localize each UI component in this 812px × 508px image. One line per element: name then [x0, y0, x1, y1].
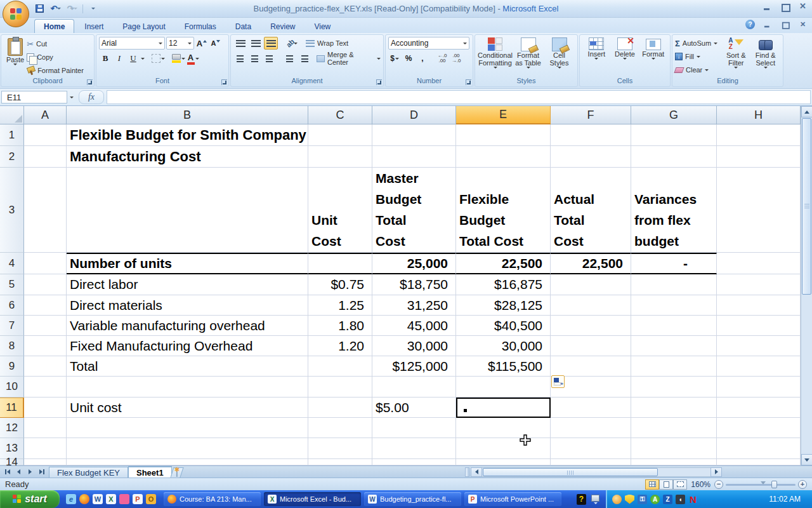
cell-B14[interactable]: [67, 459, 308, 465]
row-header-14[interactable]: 14: [0, 459, 24, 465]
formula-input[interactable]: [107, 90, 811, 104]
sheet-tab-flex-budget-key[interactable]: Flex Budget KEY: [49, 467, 128, 478]
help-icon[interactable]: ?: [745, 20, 755, 29]
cell-C11[interactable]: [308, 398, 372, 418]
underline-button[interactable]: U: [127, 52, 140, 65]
italic-button[interactable]: I: [113, 52, 126, 65]
cell-E14[interactable]: [456, 459, 551, 465]
cell-G12[interactable]: [631, 418, 717, 438]
cell-H9[interactable]: [717, 356, 801, 377]
workbook-minimize-button[interactable]: [763, 21, 772, 29]
norton-icon[interactable]: N: [688, 495, 698, 504]
column-header-B[interactable]: B: [67, 106, 308, 124]
z-app-icon[interactable]: Z: [663, 495, 672, 504]
cell-A12[interactable]: [24, 418, 67, 438]
cell-D7[interactable]: 45,000: [372, 316, 456, 336]
keys-icon[interactable]: [119, 494, 129, 504]
word-icon[interactable]: W: [93, 494, 103, 504]
row-header-1[interactable]: 1: [0, 124, 24, 146]
paste-button[interactable]: Paste: [4, 37, 27, 76]
bold-button[interactable]: B: [99, 52, 112, 65]
zoom-in-button[interactable]: +: [798, 480, 807, 489]
cell-C13[interactable]: [308, 438, 372, 459]
cell-C5[interactable]: $0.75: [308, 274, 372, 295]
cell-E12[interactable]: [456, 418, 551, 438]
office-button[interactable]: [3, 1, 29, 27]
security-shield-icon[interactable]: [625, 495, 634, 504]
cell-B13[interactable]: [67, 438, 308, 459]
scroll-left-button[interactable]: [471, 467, 482, 477]
cell-D13[interactable]: [372, 438, 456, 459]
zoom-out-button[interactable]: −: [714, 480, 723, 489]
cell-F4[interactable]: 22,500: [551, 253, 631, 274]
taskbar-task-1[interactable]: Course: BA 213: Man...: [164, 492, 261, 506]
cell-H3[interactable]: [717, 168, 801, 253]
cell-styles-button[interactable]: Cell Styles: [544, 37, 575, 76]
cell-G8[interactable]: [631, 336, 717, 356]
cell-H2[interactable]: [717, 146, 801, 168]
cell-F7[interactable]: [551, 316, 631, 336]
cell-C10[interactable]: [308, 377, 372, 398]
row-header-2[interactable]: 2: [0, 146, 24, 168]
cell-H12[interactable]: [717, 418, 801, 438]
next-sheet-button[interactable]: [25, 467, 35, 477]
cell-B11[interactable]: Unit cost: [67, 398, 308, 418]
number-dialog-launcher[interactable]: [466, 79, 471, 85]
cell-B10[interactable]: [67, 377, 308, 398]
horizontal-scrollbar[interactable]: [465, 466, 812, 478]
clear-button[interactable]: Clear: [675, 64, 717, 76]
zoom-slider-thumb[interactable]: [771, 481, 777, 488]
zoom-level[interactable]: 160%: [691, 480, 710, 489]
row-header-8[interactable]: 8: [0, 336, 24, 356]
cell-F11[interactable]: [551, 398, 631, 418]
volume-icon[interactable]: ◖: [676, 495, 685, 504]
alignment-dialog-launcher[interactable]: [376, 79, 382, 85]
page-break-view-button[interactable]: [673, 479, 687, 490]
horizontal-scroll-thumb[interactable]: [483, 468, 658, 476]
increase-decimal-button[interactable]: ←.0.00: [436, 52, 449, 65]
cell-B4[interactable]: Number of units: [67, 253, 308, 274]
cell-D1[interactable]: [372, 124, 456, 146]
select-all-corner[interactable]: [0, 106, 24, 124]
cell-B1[interactable]: Flexible Budget for Smith Company: [67, 124, 308, 146]
fill-handle[interactable]: [463, 408, 468, 413]
fill-button[interactable]: ↓Fill: [675, 51, 717, 62]
wrap-text-button[interactable]: Wrap Text: [306, 37, 348, 49]
borders-button[interactable]: [152, 52, 165, 65]
tab-formulas[interactable]: Formulas: [176, 20, 225, 33]
cell-E5[interactable]: $16,875: [456, 274, 551, 295]
cell-G14[interactable]: [631, 459, 717, 465]
find-select-button[interactable]: Find & Select: [751, 37, 780, 76]
row-header-11[interactable]: 11: [0, 398, 24, 418]
vertical-scrollbar[interactable]: [801, 106, 812, 465]
cell-G2[interactable]: [631, 146, 717, 168]
insert-worksheet-tab[interactable]: [170, 467, 183, 478]
internet-explorer-icon[interactable]: e: [66, 494, 76, 504]
scroll-right-button[interactable]: [710, 467, 722, 477]
normal-view-button[interactable]: [645, 479, 659, 490]
decrease-indent-button[interactable]: [283, 52, 296, 65]
customize-qat-button[interactable]: [87, 3, 100, 15]
cell-H8[interactable]: [717, 336, 801, 356]
cell-H4[interactable]: [717, 253, 801, 274]
cell-D2[interactable]: [372, 146, 456, 168]
row-header-5[interactable]: 5: [0, 274, 24, 295]
outlook-icon[interactable]: O: [146, 494, 156, 504]
cell-F13[interactable]: [551, 438, 631, 459]
grow-font-button[interactable]: A: [195, 37, 208, 50]
column-header-E[interactable]: E: [456, 106, 551, 124]
top-align-button[interactable]: [233, 37, 247, 50]
cell-C4[interactable]: [308, 253, 372, 274]
cell-H10[interactable]: [717, 377, 801, 398]
help-tray-icon[interactable]: ?: [577, 494, 586, 505]
cell-C2[interactable]: [308, 146, 372, 168]
cell-F1[interactable]: [551, 124, 631, 146]
cell-E10[interactable]: [456, 377, 551, 398]
cell-H7[interactable]: [717, 316, 801, 336]
cell-F6[interactable]: [551, 295, 631, 316]
excel-icon[interactable]: X: [106, 494, 116, 504]
delete-cells-button[interactable]: Delete: [611, 37, 639, 76]
cell-B5[interactable]: Direct labor: [67, 274, 308, 295]
cell-E6[interactable]: $28,125: [456, 295, 551, 316]
cell-F5[interactable]: [551, 274, 631, 295]
